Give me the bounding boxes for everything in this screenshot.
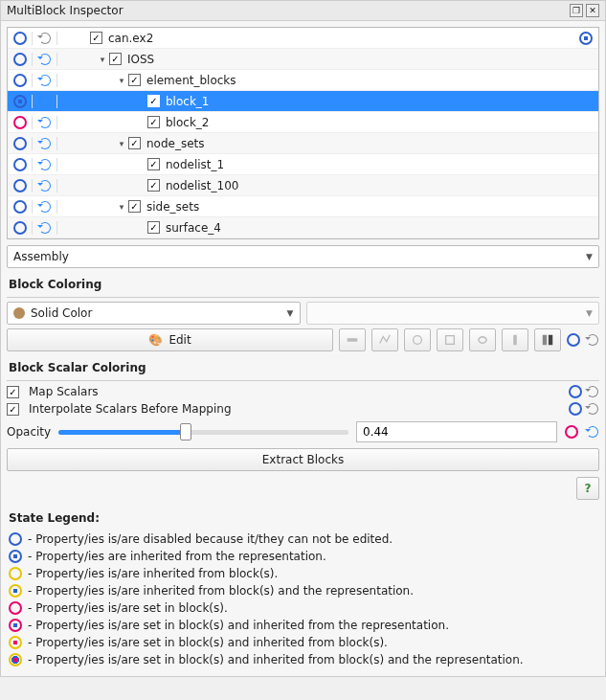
- color-component-combo[interactable]: ▼: [306, 302, 600, 325]
- row-state-icon: [13, 53, 27, 66]
- map-scalars-checkbox[interactable]: ✓: [7, 386, 19, 398]
- tree-item-label: nodelist_1: [166, 158, 224, 171]
- expander-icon[interactable]: ▾: [115, 76, 128, 85]
- interpolate-scalars-reset-button[interactable]: [586, 402, 599, 416]
- multiblock-inspector-panel: MultiBlock Inspector ❐ ✕ ✓can.ex2▾✓IOSS▾…: [0, 0, 606, 677]
- map-scalars-reset-button[interactable]: [586, 385, 599, 398]
- extract-blocks-button[interactable]: Extract Blocks: [7, 448, 599, 471]
- legend-text: - Property/ies is/are disabled because i…: [28, 532, 393, 546]
- row-reset-button[interactable]: [38, 179, 52, 192]
- state-legend: - Property/ies is/are disabled because i…: [9, 532, 597, 666]
- row-reset-button[interactable]: [38, 158, 52, 171]
- tree-row[interactable]: ✓nodelist_100: [8, 175, 598, 196]
- row-state-icon: [13, 137, 27, 150]
- svg-rect-2: [446, 336, 455, 345]
- legend-row: - Property/ies is/are inherited from blo…: [9, 584, 597, 598]
- tree-item-label: surface_4: [166, 221, 221, 235]
- tree-item-label: side_sets: [146, 200, 199, 214]
- tree-item-label: nodelist_100: [166, 179, 238, 192]
- interpolate-scalars-checkbox[interactable]: ✓: [7, 403, 19, 416]
- legend-row: - Property/ies is/are inherited from blo…: [9, 567, 597, 580]
- visibility-checkbox[interactable]: ✓: [147, 116, 160, 128]
- block-tree[interactable]: ✓can.ex2▾✓IOSS▾✓element_blocks✓block_1✓b…: [7, 27, 599, 239]
- close-button[interactable]: ✕: [586, 4, 599, 17]
- scalar-bar-button[interactable]: [502, 328, 528, 351]
- visibility-checkbox[interactable]: ✓: [128, 74, 141, 86]
- visibility-checkbox[interactable]: ✓: [147, 95, 160, 107]
- tree-row[interactable]: ✓can.ex2: [8, 28, 598, 49]
- visibility-checkbox[interactable]: ✓: [90, 32, 102, 44]
- row-reset-button[interactable]: [38, 200, 52, 214]
- tree-item-label: block_1: [166, 95, 209, 108]
- legend-text: - Property/ies is/are set in block(s).: [28, 601, 228, 615]
- svg-rect-5: [549, 335, 552, 346]
- chevron-down-icon: ▼: [287, 308, 294, 318]
- visibility-checkbox[interactable]: ✓: [128, 200, 141, 213]
- chevron-down-icon: ▼: [586, 308, 593, 318]
- visibility-checkbox[interactable]: ✓: [147, 179, 160, 192]
- section-block-coloring: Block Coloring: [1, 272, 605, 295]
- tree-item-label: node_sets: [146, 137, 205, 150]
- window-title: MultiBlock Inspector: [7, 4, 567, 17]
- legend-row: - Property/ies are inherited from the re…: [9, 550, 597, 563]
- svg-rect-4: [543, 335, 547, 346]
- row-end-icon[interactable]: [579, 32, 593, 45]
- svg-point-1: [414, 336, 422, 345]
- rescale-custom-button[interactable]: [371, 328, 398, 351]
- titlebar: MultiBlock Inspector ❐ ✕: [1, 1, 605, 21]
- legend-text: - Property/ies is/are set in block(s) an…: [28, 619, 449, 632]
- edit-colormap-button[interactable]: 🎨 Edit: [7, 328, 333, 351]
- tree-row[interactable]: ▾✓IOSS: [8, 49, 598, 70]
- help-button[interactable]: ?: [576, 477, 599, 500]
- row-reset-button[interactable]: [38, 53, 52, 66]
- expander-icon[interactable]: ▾: [115, 139, 128, 148]
- visibility-checkbox[interactable]: ✓: [128, 137, 141, 149]
- opacity-state-icon: [565, 425, 578, 439]
- opacity-slider[interactable]: [58, 430, 348, 435]
- detach-button[interactable]: ❐: [570, 4, 583, 17]
- expander-icon[interactable]: ▾: [96, 55, 109, 64]
- tree-row[interactable]: ▾✓node_sets: [8, 133, 598, 154]
- row-state-icon: [13, 32, 27, 45]
- rescale-visible-button[interactable]: [437, 328, 463, 351]
- state-legend-title: State Legend:: [1, 506, 605, 529]
- opacity-input[interactable]: [356, 421, 557, 442]
- tree-row[interactable]: ✓block_1: [8, 91, 598, 112]
- row-reset-button[interactable]: [38, 32, 52, 45]
- tree-row[interactable]: ▾✓side_sets: [8, 196, 598, 217]
- visibility-checkbox[interactable]: ✓: [109, 53, 122, 65]
- legend-state-icon: [9, 567, 22, 580]
- block-coloring-reset-button[interactable]: [586, 333, 599, 347]
- row-state-icon: [13, 179, 27, 192]
- opacity-label: Opacity: [7, 425, 51, 439]
- row-reset-button[interactable]: [38, 137, 52, 150]
- row-reset-button[interactable]: [38, 95, 52, 108]
- row-reset-button[interactable]: [38, 74, 52, 87]
- rescale-temporal-button[interactable]: [404, 328, 431, 351]
- legend-row: - Property/ies is/are set in block(s).: [9, 601, 597, 615]
- choose-preset-button[interactable]: [469, 328, 496, 351]
- opacity-reset-button[interactable]: [586, 425, 599, 439]
- visibility-checkbox[interactable]: ✓: [147, 221, 160, 234]
- tree-item-label: can.ex2: [108, 32, 153, 45]
- row-reset-button[interactable]: [38, 116, 52, 129]
- row-reset-button[interactable]: [38, 221, 52, 235]
- tree-row[interactable]: ✓nodelist_1: [8, 154, 598, 175]
- color-array-combo[interactable]: Solid Color ▼: [7, 302, 301, 325]
- legend-text: - Property/ies is/are inherited from blo…: [28, 567, 278, 580]
- row-state-icon: [13, 221, 27, 235]
- tree-row[interactable]: ✓surface_4: [8, 217, 598, 238]
- tree-row[interactable]: ✓block_2: [8, 112, 598, 133]
- visibility-checkbox[interactable]: ✓: [147, 158, 160, 170]
- legend-state-icon: [9, 550, 22, 563]
- legend-state-icon: [9, 653, 22, 666]
- interpolate-scalars-label: Interpolate Scalars Before Mapping: [29, 402, 232, 416]
- rescale-range-button[interactable]: [339, 328, 366, 351]
- assembly-combo[interactable]: Assembly ▼: [7, 245, 599, 268]
- legend-row: - Property/ies is/are set in block(s) an…: [9, 653, 597, 666]
- legend-state-icon: [9, 584, 22, 598]
- expander-icon[interactable]: ▾: [115, 202, 128, 212]
- tree-row[interactable]: ▾✓element_blocks: [8, 70, 598, 91]
- palette-icon: 🎨: [148, 333, 163, 347]
- use-separate-colormap-button[interactable]: [534, 328, 561, 351]
